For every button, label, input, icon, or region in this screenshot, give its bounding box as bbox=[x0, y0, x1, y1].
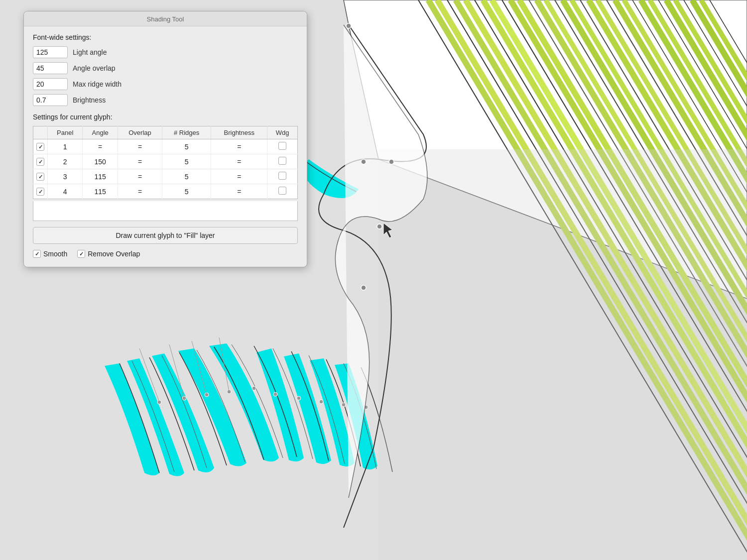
row-checkbox[interactable] bbox=[36, 173, 44, 181]
svg-point-53 bbox=[389, 159, 394, 164]
row-checkbox-cell[interactable] bbox=[33, 169, 48, 184]
table-row: 1==5= bbox=[33, 139, 298, 154]
row-wdg-cell[interactable] bbox=[267, 169, 298, 184]
svg-point-6 bbox=[252, 386, 256, 390]
row-checkbox[interactable] bbox=[36, 143, 44, 151]
row-angle: 150 bbox=[83, 154, 118, 169]
remove-overlap-label: Remove Overlap bbox=[88, 250, 140, 258]
row-checkbox-cell[interactable] bbox=[33, 139, 48, 154]
col-header-panel: Panel bbox=[48, 126, 83, 139]
col-header-brightness: Brightness bbox=[211, 126, 267, 139]
row-ridges: 5 bbox=[162, 139, 211, 154]
table-row: 2150=5= bbox=[33, 154, 298, 169]
glyph-section-title: Settings for current glyph: bbox=[33, 113, 298, 121]
row-ridges: 5 bbox=[162, 154, 211, 169]
col-header-overlap: Overlap bbox=[118, 126, 162, 139]
svg-point-55 bbox=[361, 285, 366, 290]
font-wide-section-title: Font-wide settings: bbox=[33, 33, 298, 41]
svg-point-9 bbox=[319, 400, 323, 404]
shading-tool-dialog: Shading Tool Font-wide settings: Light a… bbox=[23, 11, 307, 267]
brightness-label: Brightness bbox=[73, 96, 106, 104]
row-checkbox[interactable] bbox=[36, 158, 44, 166]
row-wdg-cell[interactable] bbox=[267, 154, 298, 169]
svg-point-52 bbox=[361, 159, 366, 164]
table-header-row: Panel Angle Overlap # Ridges Brightness … bbox=[33, 126, 298, 139]
row-checkbox[interactable] bbox=[36, 188, 44, 196]
col-header-check bbox=[33, 126, 48, 139]
remove-overlap-checkbox[interactable] bbox=[77, 250, 85, 258]
bottom-checks: Smooth Remove Overlap bbox=[33, 250, 298, 258]
table-row: 4115=5= bbox=[33, 184, 298, 199]
glyph-table: Panel Angle Overlap # Ridges Brightness … bbox=[33, 126, 298, 199]
row-checkbox-cell[interactable] bbox=[33, 184, 48, 199]
row-wdg-checkbox[interactable] bbox=[278, 187, 286, 195]
svg-point-7 bbox=[273, 392, 277, 396]
row-overlap: = bbox=[118, 139, 162, 154]
table-row: 3115=5= bbox=[33, 169, 298, 184]
row-wdg-cell[interactable] bbox=[267, 139, 298, 154]
row-angle: = bbox=[83, 139, 118, 154]
svg-rect-50 bbox=[378, 149, 747, 560]
angle-overlap-row: Angle overlap bbox=[33, 62, 298, 74]
row-wdg-checkbox[interactable] bbox=[278, 172, 286, 180]
svg-point-8 bbox=[297, 396, 301, 400]
row-brightness: = bbox=[211, 139, 267, 154]
row-wdg-cell[interactable] bbox=[267, 184, 298, 199]
col-header-wdg: Wdg bbox=[267, 126, 298, 139]
max-ridge-width-input[interactable] bbox=[33, 78, 68, 90]
row-ridges: 5 bbox=[162, 184, 211, 199]
row-panel: 4 bbox=[48, 184, 83, 199]
brightness-input[interactable] bbox=[33, 94, 68, 106]
draw-button[interactable]: Draw current glyph to "Fill" layer bbox=[33, 227, 298, 244]
table-empty-area bbox=[33, 201, 298, 221]
smooth-check-label[interactable]: Smooth bbox=[33, 250, 67, 258]
row-wdg-checkbox[interactable] bbox=[278, 142, 286, 150]
col-header-angle: Angle bbox=[83, 126, 118, 139]
angle-overlap-input[interactable] bbox=[33, 62, 68, 74]
dialog-body: Font-wide settings: Light angle Angle ov… bbox=[24, 26, 307, 258]
smooth-label: Smooth bbox=[43, 250, 67, 258]
light-angle-row: Light angle bbox=[33, 46, 298, 58]
max-ridge-width-row: Max ridge width bbox=[33, 78, 298, 90]
col-header-ridges: # Ridges bbox=[162, 126, 211, 139]
svg-point-10 bbox=[342, 403, 346, 407]
section-divider: Settings for current glyph: bbox=[33, 113, 298, 121]
row-ridges: 5 bbox=[162, 169, 211, 184]
light-angle-input[interactable] bbox=[33, 46, 68, 58]
row-brightness: = bbox=[211, 154, 267, 169]
row-overlap: = bbox=[118, 154, 162, 169]
row-overlap: = bbox=[118, 169, 162, 184]
row-panel: 1 bbox=[48, 139, 83, 154]
svg-point-51 bbox=[346, 23, 351, 28]
brightness-row: Brightness bbox=[33, 94, 298, 106]
row-wdg-checkbox[interactable] bbox=[278, 157, 286, 165]
row-brightness: = bbox=[211, 169, 267, 184]
light-angle-label: Light angle bbox=[73, 48, 107, 56]
dialog-title: Shading Tool bbox=[147, 15, 184, 23]
row-checkbox-cell[interactable] bbox=[33, 154, 48, 169]
svg-point-54 bbox=[377, 224, 382, 229]
row-angle: 115 bbox=[83, 169, 118, 184]
smooth-checkbox[interactable] bbox=[33, 250, 41, 258]
row-overlap: = bbox=[118, 184, 162, 199]
row-brightness: = bbox=[211, 184, 267, 199]
row-panel: 3 bbox=[48, 169, 83, 184]
row-panel: 2 bbox=[48, 154, 83, 169]
max-ridge-width-label: Max ridge width bbox=[73, 80, 122, 88]
dialog-titlebar: Shading Tool bbox=[24, 11, 307, 26]
row-angle: 115 bbox=[83, 184, 118, 199]
angle-overlap-label: Angle overlap bbox=[73, 64, 116, 72]
remove-overlap-check-label[interactable]: Remove Overlap bbox=[77, 250, 140, 258]
